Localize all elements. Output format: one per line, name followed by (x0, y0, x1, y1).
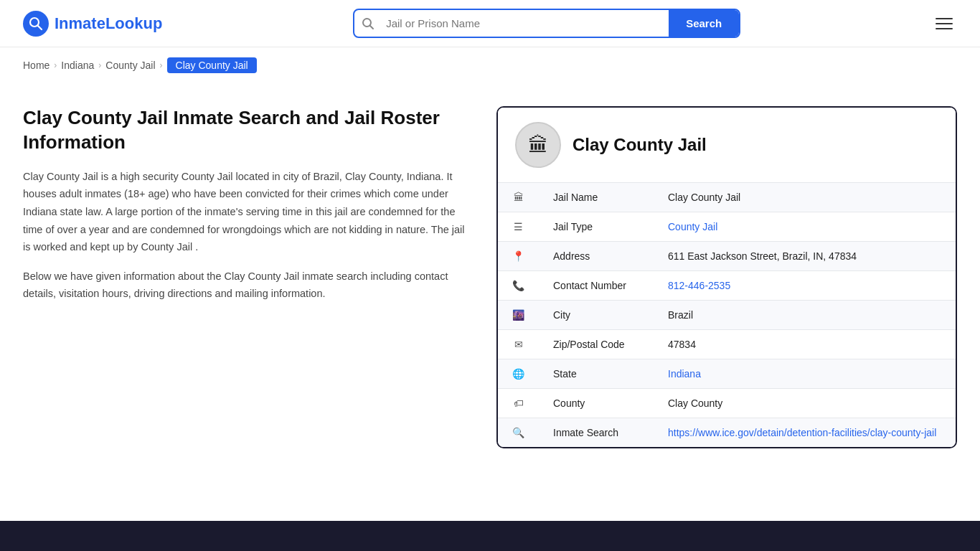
row-value: Clay County (654, 389, 956, 418)
table-row: ☰Jail TypeCounty Jail (498, 212, 956, 242)
row-icon: 📍 (498, 242, 539, 271)
row-value: 47834 (654, 330, 956, 359)
card-jail-name: Clay County Jail (573, 135, 707, 155)
row-value[interactable]: 812-446-2535 (654, 271, 956, 301)
breadcrumb-current: Clay County Jail (167, 57, 257, 73)
breadcrumb-indiana[interactable]: Indiana (61, 60, 94, 71)
table-row: 🏛Jail NameClay County Jail (498, 183, 956, 212)
breadcrumb-sep-3: › (160, 60, 163, 70)
row-value: Clay County Jail (654, 183, 956, 212)
svg-line-3 (370, 25, 374, 29)
breadcrumb-county-jail[interactable]: County Jail (105, 60, 155, 71)
row-label: State (539, 359, 654, 389)
row-value[interactable]: https://www.ice.gov/detain/detention-fac… (654, 418, 956, 448)
table-row: 🌆CityBrazil (498, 301, 956, 330)
header: InmateLookup Search (0, 0, 980, 47)
menu-button[interactable] (931, 14, 957, 34)
table-row: 🏷CountyClay County (498, 389, 956, 418)
row-label: Jail Type (539, 212, 654, 242)
description-paragraph-2: Below we have given information about th… (23, 268, 468, 303)
footer (0, 521, 980, 551)
right-column: 🏛 Clay County Jail 🏛Jail NameClay County… (496, 106, 957, 476)
left-column: Clay County Jail Inmate Search and Jail … (23, 106, 468, 476)
logo-link[interactable]: InmateLookup (23, 11, 162, 37)
row-label: Zip/Postal Code (539, 330, 654, 359)
row-label: Inmate Search (539, 418, 654, 448)
search-bar: Search (353, 9, 740, 38)
table-row: 🔍Inmate Searchhttps://www.ice.gov/detain… (498, 418, 956, 448)
row-label: Jail Name (539, 183, 654, 212)
search-input[interactable] (382, 10, 669, 37)
table-row: 🌐StateIndiana (498, 359, 956, 389)
card-header: 🏛 Clay County Jail (498, 108, 956, 182)
row-value[interactable]: County Jail (654, 212, 956, 242)
row-icon: 📞 (498, 271, 539, 301)
row-icon: 🌐 (498, 359, 539, 389)
main-content: Clay County Jail Inmate Search and Jail … (0, 83, 980, 499)
table-row: 📍Address611 East Jackson Street, Brazil,… (498, 242, 956, 271)
row-value-link[interactable]: 812-446-2535 (668, 280, 730, 291)
breadcrumb-sep-1: › (54, 60, 57, 70)
search-button[interactable]: Search (669, 10, 739, 37)
row-value: Brazil (654, 301, 956, 330)
row-value: 611 East Jackson Street, Brazil, IN, 478… (654, 242, 956, 271)
row-value-link[interactable]: Indiana (668, 368, 701, 380)
table-row: ✉Zip/Postal Code47834 (498, 330, 956, 359)
row-label: City (539, 301, 654, 330)
breadcrumb: Home › Indiana › County Jail › Clay Coun… (0, 47, 980, 83)
row-label: Address (539, 242, 654, 271)
row-icon: 🔍 (498, 418, 539, 448)
row-label: Contact Number (539, 271, 654, 301)
row-icon: 🌆 (498, 301, 539, 330)
jail-avatar: 🏛 (515, 122, 561, 168)
info-table: 🏛Jail NameClay County Jail☰Jail TypeCoun… (498, 182, 956, 447)
row-value-link[interactable]: https://www.ice.gov/detain/detention-fac… (668, 427, 936, 438)
row-icon: 🏷 (498, 389, 539, 418)
row-label: County (539, 389, 654, 418)
row-icon: ☰ (498, 212, 539, 242)
description-paragraph-1: Clay County Jail is a high security Coun… (23, 168, 468, 256)
logo-text: InmateLookup (55, 14, 162, 33)
breadcrumb-home[interactable]: Home (23, 60, 50, 71)
row-value[interactable]: Indiana (654, 359, 956, 389)
info-card: 🏛 Clay County Jail 🏛Jail NameClay County… (496, 106, 957, 448)
logo-icon (23, 11, 49, 37)
search-icon (354, 17, 382, 30)
page-title: Clay County Jail Inmate Search and Jail … (23, 106, 468, 155)
row-icon: ✉ (498, 330, 539, 359)
svg-line-1 (38, 25, 42, 29)
table-row: 📞Contact Number812-446-2535 (498, 271, 956, 301)
row-value-link[interactable]: County Jail (668, 221, 717, 232)
row-icon: 🏛 (498, 183, 539, 212)
breadcrumb-sep-2: › (98, 60, 101, 70)
